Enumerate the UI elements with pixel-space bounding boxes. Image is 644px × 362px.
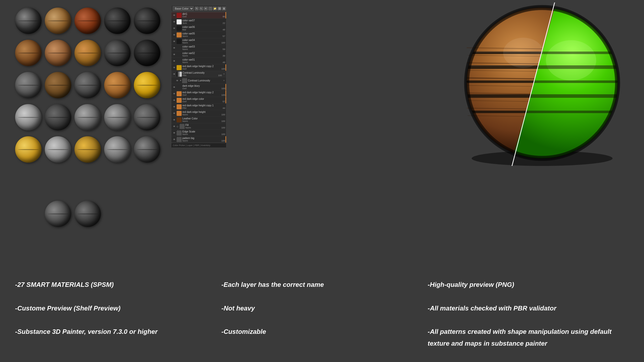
visibility-toggle[interactable]: 👁	[172, 112, 176, 115]
blend-mode-label: Norm	[182, 48, 188, 51]
visibility-toggle[interactable]: 👁	[172, 138, 176, 141]
sphere-7[interactable]	[45, 40, 71, 66]
cursor-tool-icon[interactable]: ↖	[199, 7, 203, 11]
blend-mode-dropdown[interactable]: Base Color	[173, 6, 194, 11]
visibility-toggle[interactable]: 👁	[172, 118, 176, 122]
visibility-toggle[interactable]: 👁	[172, 92, 176, 96]
layer-item[interactable]: 👁 red dark edge height copy 2 Ovrl 100	[171, 64, 226, 71]
sphere-12[interactable]	[45, 72, 71, 98]
sphere-27[interactable]	[74, 201, 101, 227]
folder-icon[interactable]: 📁	[213, 7, 217, 11]
layer-info: color var04 Norm 100	[182, 39, 225, 44]
layer-item[interactable]: 👁 color var05 Norm 57	[171, 32, 226, 38]
visibility-toggle[interactable]: 👁	[172, 14, 176, 17]
layer-item[interactable]: 👁 color var02 Norm 39	[171, 51, 226, 58]
layer-sub-item[interactable]: 👁 ▼ Contrast Luminosity ✕	[171, 77, 226, 84]
svg-point-22	[546, 40, 596, 80]
layer-item[interactable]: 👁 Leather Color Norm 100	[171, 117, 226, 123]
close-icon[interactable]: ✕	[223, 73, 225, 75]
sphere-2[interactable]	[45, 8, 71, 34]
layer-info: red dark edge height copy 1 Pthr 44	[182, 104, 225, 109]
feature-substance-version: -Substance 3D Painter, version 7.3.0 or …	[15, 328, 157, 335]
layer-item[interactable]: 👁 Edge Scale Norm 100	[171, 130, 226, 136]
close-icon[interactable]: ✕	[223, 79, 225, 82]
visibility-toggle[interactable]: 👁	[172, 131, 176, 135]
sphere-16[interactable]	[15, 104, 42, 130]
brush-tool-icon[interactable]: ✎	[195, 7, 199, 11]
sphere-1[interactable]	[15, 8, 42, 34]
sphere-22[interactable]	[45, 136, 71, 163]
layer-item-fill[interactable]: 👁 ◇ Fill Norm 100	[171, 123, 226, 130]
active-indicator	[225, 84, 226, 90]
layer-item-red-dark-edge-height[interactable]: 👁 red dark edge height Norm 100	[171, 110, 226, 117]
layer-item-red-dark-edge-color[interactable]: 👁 red dark edge color Ovrl 57	[171, 97, 226, 104]
pen-tool-icon[interactable]: ✒	[204, 7, 208, 11]
layer-item[interactable]: 👁 red dark edge height copy 1 Pthr 44	[171, 104, 226, 110]
sphere-14[interactable]	[104, 72, 131, 98]
sphere-10[interactable]	[134, 40, 160, 66]
layer-info: color var02 Norm 39	[182, 52, 225, 57]
layer-item[interactable]: 👁 color var03 Norm 59	[171, 45, 226, 51]
visibility-toggle[interactable]: 👁	[172, 46, 176, 50]
sphere-18[interactable]	[74, 104, 101, 130]
layer-item[interactable]: 👁 color var01 Norm 49	[171, 58, 226, 64]
layer-thumbnail	[177, 26, 182, 31]
layer-item[interactable]: 👁 dark edge blury Ovrl 100	[171, 84, 226, 90]
feature-high-quality: -High-quality preview (PNG)	[428, 281, 514, 288]
sphere-11[interactable]	[15, 72, 42, 98]
opacity-value: 100	[221, 120, 225, 122]
sphere-25[interactable]	[134, 136, 160, 163]
layer-item[interactable]: 👁 color var04 Norm 100	[171, 38, 226, 45]
image-icon[interactable]: 🖼	[217, 7, 221, 11]
layer-blend-info: Norm 59	[182, 48, 225, 51]
sphere-3[interactable]	[74, 8, 101, 34]
fill-icon: ◇	[177, 125, 178, 128]
visibility-toggle[interactable]: 👁	[172, 20, 176, 24]
sphere-6[interactable]	[15, 40, 42, 66]
preview-svg	[448, 3, 636, 166]
layer-thumbnail	[177, 111, 182, 116]
visibility-toggle[interactable]: 👁	[172, 33, 176, 37]
visibility-toggle[interactable]: 👁	[172, 66, 176, 69]
visibility-toggle[interactable]: 👁	[172, 99, 176, 102]
feature-custom-preview: -Custome Preview (Shelf Preview)	[15, 304, 120, 312]
layer-thumbnail	[177, 39, 182, 44]
sphere-8[interactable]	[74, 40, 101, 66]
layer-item[interactable]: 👁 color var06 Mul 48	[171, 25, 226, 32]
sphere-15[interactable]	[134, 72, 160, 98]
layer-name: Contrast Luminosity	[182, 71, 222, 74]
feature-customizable: -Customizable	[221, 328, 266, 335]
visibility-toggle[interactable]: 👁	[175, 79, 179, 82]
sphere-20[interactable]	[134, 104, 160, 130]
layer-item[interactable]: 👁 pattern big Norm 100	[171, 136, 226, 143]
sphere-21[interactable]	[15, 136, 42, 163]
visibility-toggle[interactable]: 👁	[172, 105, 176, 109]
visibility-toggle[interactable]: 👁	[172, 40, 176, 43]
sphere-5[interactable]	[134, 8, 160, 34]
layer-info: red dark edge height copy 2 Ovrl 100	[182, 91, 225, 96]
sphere-26[interactable]	[45, 201, 71, 227]
visibility-toggle[interactable]: 👁	[172, 72, 176, 76]
blend-mode-label: Ovrl	[182, 15, 187, 18]
layer-item[interactable]: 👁 red dark edge height copy 2 Ovrl 100	[171, 90, 226, 97]
visibility-toggle[interactable]: 👁	[172, 125, 176, 128]
layer-group-item[interactable]: 👁 Contrast Luminosity Pthr 100 ✕	[171, 71, 226, 77]
delete-icon[interactable]: 🗑	[222, 7, 226, 11]
sphere-9[interactable]	[104, 40, 131, 66]
sphere-17[interactable]	[45, 104, 71, 130]
visibility-toggle[interactable]: 👁	[172, 27, 176, 30]
layer-item[interactable]: 👁 dirt1 Ovrl 80	[171, 12, 226, 19]
sphere-23[interactable]	[74, 136, 101, 163]
opacity-value: 22	[223, 22, 225, 24]
sphere-24[interactable]	[104, 136, 131, 163]
visibility-toggle[interactable]: 👁	[172, 85, 176, 89]
feature-text-1: -27 SMART MATERIALS (SPSM) -Custome Prev…	[15, 279, 211, 338]
sphere-4[interactable]	[104, 8, 131, 34]
sphere-19[interactable]	[104, 104, 131, 130]
visibility-toggle[interactable]: 👁	[172, 53, 176, 56]
visibility-toggle[interactable]: 👁	[172, 59, 176, 63]
layer-item[interactable]: 👁 color var07 Scm 22	[171, 19, 226, 25]
sphere-13[interactable]	[74, 72, 101, 98]
curve-tool-icon[interactable]: ⌒	[208, 7, 212, 11]
opacity-value: 59	[223, 48, 225, 51]
